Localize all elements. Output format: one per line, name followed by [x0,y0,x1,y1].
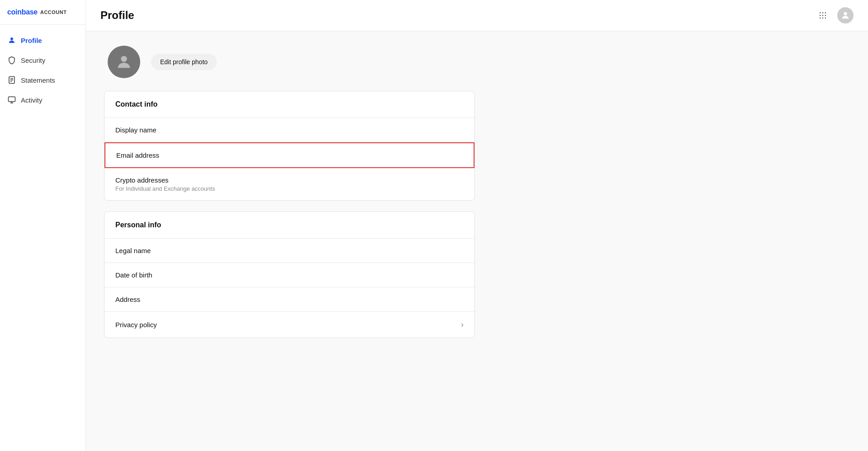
user-avatar[interactable] [837,7,854,23]
edit-profile-photo-button[interactable]: Edit profile photo [151,54,217,70]
profile-content: Edit profile photo Contact info Display … [86,31,493,451]
contact-info-title: Contact info [115,100,157,108]
display-name-label: Display name [115,126,157,134]
display-name-row[interactable]: Display name [104,118,474,142]
top-header: Profile [86,0,868,31]
svg-point-10 [825,12,826,14]
address-label: Address [115,296,140,303]
sidebar-item-statements[interactable]: Statements [0,70,85,90]
activity-icon [7,95,16,104]
svg-rect-5 [9,97,15,102]
contact-info-card: Contact info Display name Email address … [104,91,475,201]
email-address-label: Email address [116,151,159,159]
chevron-right-icon: › [461,320,464,329]
svg-point-18 [121,56,127,62]
personal-info-card: Personal info Legal name Date of birth A… [104,211,475,338]
email-label-group: Email address [116,151,159,159]
sidebar-nav: Profile Security Statements [0,25,85,115]
svg-point-14 [820,18,821,19]
coinbase-logo-text: coinbase [7,8,38,16]
svg-point-9 [822,12,824,14]
account-label: ACCOUNT [40,9,67,15]
svg-point-13 [825,15,826,16]
svg-point-16 [825,18,826,19]
sidebar-profile-label: Profile [21,37,42,44]
sidebar: coinbase ACCOUNT Profile Security [0,0,86,451]
shield-icon [7,56,16,65]
address-row[interactable]: Address [104,287,474,312]
crypto-addresses-row[interactable]: Crypto addresses For Individual and Exch… [104,168,474,200]
svg-point-12 [822,15,824,16]
legal-name-label: Legal name [115,247,151,254]
sidebar-item-security[interactable]: Security [0,50,85,70]
main-content: Profile [86,0,868,451]
sidebar-logo: coinbase ACCOUNT [0,0,85,25]
display-name-label-group: Display name [115,126,157,134]
svg-point-11 [820,15,821,16]
sidebar-statements-label: Statements [21,76,55,84]
profile-avatar [108,46,140,78]
svg-point-17 [844,12,847,15]
sidebar-security-label: Security [21,56,45,64]
crypto-addresses-label: Crypto addresses [115,176,215,184]
sidebar-item-activity[interactable]: Activity [0,90,85,110]
svg-point-0 [10,38,13,40]
svg-point-8 [820,12,821,14]
document-icon [7,75,16,85]
contact-info-header: Contact info [104,91,474,118]
privacy-policy-label: Privacy policy [115,321,157,329]
privacy-policy-row[interactable]: Privacy policy › [104,312,474,338]
personal-info-header: Personal info [104,212,474,239]
personal-info-title: Personal info [115,221,161,229]
page-title: Profile [100,9,134,22]
sidebar-item-profile[interactable]: Profile [0,30,85,50]
header-actions [816,7,854,23]
svg-point-15 [822,18,824,19]
legal-name-row[interactable]: Legal name [104,239,474,263]
date-of-birth-row[interactable]: Date of birth [104,263,474,287]
profile-photo-area: Edit profile photo [104,46,475,78]
sidebar-activity-label: Activity [21,96,43,104]
grid-apps-icon[interactable] [816,8,830,23]
crypto-addresses-sublabel: For Individual and Exchange accounts [115,185,215,192]
crypto-addresses-label-group: Crypto addresses For Individual and Exch… [115,176,215,192]
email-address-row[interactable]: Email address [104,142,474,168]
date-of-birth-label: Date of birth [115,271,152,279]
person-icon [7,36,16,45]
